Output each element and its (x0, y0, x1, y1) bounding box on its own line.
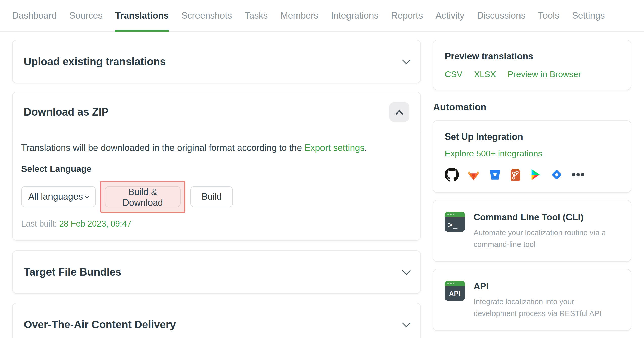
jira-icon[interactable] (550, 168, 563, 182)
upload-panel-header[interactable]: Upload existing translations (13, 40, 420, 83)
tab-activity[interactable]: Activity (436, 0, 464, 32)
collapse-panel-button[interactable] (389, 102, 409, 122)
csv-link[interactable]: CSV (445, 69, 462, 79)
preview-translations-card: Preview translations CSV XLSX Preview in… (433, 40, 631, 90)
main-layout: Upload existing translations Download as… (0, 32, 644, 338)
tab-members[interactable]: Members (280, 0, 318, 32)
gitlab-icon[interactable] (466, 168, 481, 182)
description-text: Translations will be downloaded in the o… (21, 143, 304, 153)
automation-heading: Automation (433, 102, 631, 113)
tab-tasks[interactable]: Tasks (244, 0, 268, 32)
tab-screenshots[interactable]: Screenshots (181, 0, 232, 32)
translations-panels-column: Upload existing translations Download as… (12, 40, 421, 338)
upload-existing-translations-panel: Upload existing translations (12, 40, 421, 83)
export-settings-link[interactable]: Export settings (304, 143, 364, 153)
select-language-label: Select Language (21, 164, 409, 174)
last-built-status: Last built: 28 Feb 2023, 09:47 (21, 219, 409, 229)
chevron-down-icon (402, 56, 411, 64)
integration-icons-row (445, 168, 619, 182)
download-zip-title: Download as ZIP (24, 106, 109, 118)
tab-dashboard[interactable]: Dashboard (12, 0, 57, 32)
chevron-down-icon (84, 193, 90, 198)
google-play-icon[interactable] (529, 168, 542, 181)
tab-reports[interactable]: Reports (391, 0, 423, 32)
download-as-zip-panel: Download as ZIP Translations will be dow… (12, 92, 421, 241)
tab-sources[interactable]: Sources (69, 0, 103, 32)
preview-links-row: CSV XLSX Preview in Browser (445, 69, 619, 79)
git-icon[interactable] (509, 168, 522, 182)
api-icon: API (445, 281, 465, 301)
more-integrations-icon[interactable] (571, 168, 585, 182)
last-built-timestamp: 28 Feb 2023, 09:47 (59, 219, 131, 228)
project-tab-bar: Dashboard Sources Translations Screensho… (0, 0, 644, 32)
tab-translations[interactable]: Translations (115, 0, 169, 32)
terminal-icon: >_ (445, 212, 465, 232)
build-and-download-button[interactable]: Build & Download (105, 186, 181, 207)
build-controls-row: All languages Build & Download Build (21, 181, 409, 213)
tab-discussions[interactable]: Discussions (477, 0, 526, 32)
xlsx-link[interactable]: XLSX (474, 69, 496, 79)
preview-translations-title: Preview translations (445, 51, 619, 62)
language-select[interactable]: All languages (21, 186, 96, 207)
cli-card-text: Command Line Tool (CLI) Automate your lo… (474, 212, 619, 250)
api-titlebar (445, 281, 465, 286)
tab-settings[interactable]: Settings (572, 0, 605, 32)
cli-card[interactable]: >_ Command Line Tool (CLI) Automate your… (433, 200, 631, 262)
ota-content-delivery-panel: Over-The-Air Content Delivery (12, 303, 421, 338)
cli-card-description: Automate your localization routine via a… (474, 227, 619, 250)
set-up-integration-card: Set Up Integration Explore 500+ integrat… (433, 120, 631, 193)
api-glyph: API (445, 286, 465, 301)
ota-panel-title: Over-The-Air Content Delivery (24, 319, 176, 331)
api-card[interactable]: API API Integrate localization into your… (433, 269, 631, 331)
download-zip-body: Translations will be downloaded in the o… (13, 132, 420, 240)
terminal-prompt-glyph: >_ (445, 217, 465, 232)
cli-card-title: Command Line Tool (CLI) (474, 212, 619, 223)
explore-integrations-link[interactable]: Explore 500+ integrations (445, 149, 542, 159)
chevron-down-icon (402, 319, 411, 327)
api-card-description: Integrate localization into your develop… (474, 296, 619, 319)
last-built-label: Last built: (21, 219, 57, 228)
bitbucket-icon[interactable] (488, 168, 502, 182)
chevron-down-icon (402, 266, 411, 275)
automation-sidebar: Preview translations CSV XLSX Preview in… (433, 40, 631, 331)
set-up-integration-title: Set Up Integration (445, 131, 619, 142)
preview-in-browser-link[interactable]: Preview in Browser (508, 69, 581, 79)
tab-tools[interactable]: Tools (538, 0, 559, 32)
bundles-panel-header[interactable]: Target File Bundles (13, 251, 420, 293)
bundles-panel-title: Target File Bundles (24, 266, 121, 278)
tab-integrations[interactable]: Integrations (331, 0, 378, 32)
download-description: Translations will be downloaded in the o… (21, 143, 409, 153)
chevron-up-icon (395, 110, 403, 118)
highlight-annotation-box: Build & Download (100, 181, 185, 213)
github-icon[interactable] (445, 168, 459, 182)
description-period: . (364, 143, 367, 153)
api-card-title: API (474, 281, 619, 292)
terminal-titlebar (445, 212, 465, 217)
ota-panel-header[interactable]: Over-The-Air Content Delivery (13, 303, 420, 338)
download-zip-header: Download as ZIP (13, 92, 420, 132)
language-select-value: All languages (28, 191, 83, 202)
upload-panel-title: Upload existing translations (24, 56, 166, 68)
target-file-bundles-panel: Target File Bundles (12, 250, 421, 294)
api-card-text: API Integrate localization into your dev… (474, 281, 619, 319)
build-button[interactable]: Build (190, 186, 233, 207)
